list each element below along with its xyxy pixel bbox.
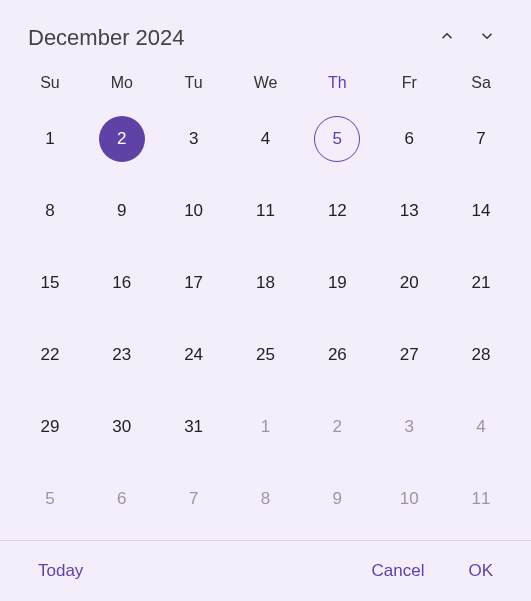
day-cell[interactable]: 27 — [373, 324, 445, 386]
day-cell[interactable]: 11 — [445, 468, 517, 530]
weekday-header: We — [230, 66, 302, 108]
weekday-header: Sa — [445, 66, 517, 108]
day-cell[interactable]: 1 — [14, 108, 86, 170]
day-cell[interactable]: 4 — [445, 396, 517, 458]
day-cell[interactable]: 24 — [158, 324, 230, 386]
chevron-up-icon — [438, 27, 456, 49]
day-number: 7 — [458, 116, 504, 162]
cancel-button[interactable]: Cancel — [362, 553, 435, 589]
day-number: 18 — [242, 260, 288, 306]
day-cell[interactable]: 23 — [86, 324, 158, 386]
day-cell[interactable]: 10 — [158, 180, 230, 242]
day-cell[interactable]: 9 — [86, 180, 158, 242]
day-number: 9 — [99, 188, 145, 234]
calendar-grid: SuMoTuWeThFrSa12345678910111213141516171… — [0, 66, 531, 540]
day-cell[interactable]: 21 — [445, 252, 517, 314]
calendar-popup: December 2024 SuMoTuWeThFrSa123456789101… — [0, 0, 531, 601]
day-cell[interactable]: 16 — [86, 252, 158, 314]
calendar-header: December 2024 — [0, 0, 531, 66]
today-button[interactable]: Today — [28, 553, 93, 589]
day-number: 3 — [386, 404, 432, 450]
day-number: 5 — [27, 476, 73, 522]
day-number: 8 — [242, 476, 288, 522]
day-cell[interactable]: 26 — [301, 324, 373, 386]
day-cell[interactable]: 7 — [158, 468, 230, 530]
day-cell[interactable]: 14 — [445, 180, 517, 242]
day-cell[interactable]: 20 — [373, 252, 445, 314]
day-number: 19 — [314, 260, 360, 306]
weekday-header: Mo — [86, 66, 158, 108]
day-number: 10 — [386, 476, 432, 522]
day-cell[interactable]: 9 — [301, 468, 373, 530]
day-cell[interactable]: 13 — [373, 180, 445, 242]
day-cell[interactable]: 5 — [301, 108, 373, 170]
day-cell[interactable]: 7 — [445, 108, 517, 170]
day-number: 8 — [27, 188, 73, 234]
ok-button[interactable]: OK — [458, 553, 503, 589]
chevron-down-icon — [478, 27, 496, 49]
day-cell[interactable]: 19 — [301, 252, 373, 314]
day-number: 16 — [99, 260, 145, 306]
weekday-header: Tu — [158, 66, 230, 108]
day-cell[interactable]: 5 — [14, 468, 86, 530]
weekday-header: Fr — [373, 66, 445, 108]
day-number: 25 — [242, 332, 288, 378]
day-cell[interactable]: 8 — [230, 468, 302, 530]
day-cell[interactable]: 22 — [14, 324, 86, 386]
day-number: 7 — [171, 476, 217, 522]
day-number: 26 — [314, 332, 360, 378]
day-number: 13 — [386, 188, 432, 234]
day-cell[interactable]: 6 — [86, 468, 158, 530]
day-number: 20 — [386, 260, 432, 306]
day-number: 31 — [171, 404, 217, 450]
day-number: 1 — [242, 404, 288, 450]
day-number: 15 — [27, 260, 73, 306]
day-cell[interactable]: 18 — [230, 252, 302, 314]
day-number: 11 — [458, 476, 504, 522]
prev-month-button[interactable] — [427, 18, 467, 58]
day-number: 9 — [314, 476, 360, 522]
day-cell[interactable]: 15 — [14, 252, 86, 314]
calendar-footer: Today Cancel OK — [0, 540, 531, 601]
day-number: 27 — [386, 332, 432, 378]
day-number: 10 — [171, 188, 217, 234]
day-cell[interactable]: 25 — [230, 324, 302, 386]
day-cell[interactable]: 6 — [373, 108, 445, 170]
day-cell[interactable]: 2 — [86, 108, 158, 170]
day-cell[interactable]: 1 — [230, 396, 302, 458]
day-number: 28 — [458, 332, 504, 378]
day-number: 11 — [242, 188, 288, 234]
weekday-header: Su — [14, 66, 86, 108]
day-cell[interactable]: 2 — [301, 396, 373, 458]
day-number: 2 — [314, 404, 360, 450]
day-cell[interactable]: 3 — [373, 396, 445, 458]
day-number: 24 — [171, 332, 217, 378]
day-number: 23 — [99, 332, 145, 378]
day-cell[interactable]: 11 — [230, 180, 302, 242]
day-number: 12 — [314, 188, 360, 234]
day-number: 30 — [99, 404, 145, 450]
day-number: 1 — [27, 116, 73, 162]
next-month-button[interactable] — [467, 18, 507, 58]
day-cell[interactable]: 8 — [14, 180, 86, 242]
day-number: 5 — [314, 116, 360, 162]
day-cell[interactable]: 17 — [158, 252, 230, 314]
day-number: 14 — [458, 188, 504, 234]
day-cell[interactable]: 31 — [158, 396, 230, 458]
day-cell[interactable]: 10 — [373, 468, 445, 530]
day-number: 29 — [27, 404, 73, 450]
day-cell[interactable]: 30 — [86, 396, 158, 458]
day-cell[interactable]: 3 — [158, 108, 230, 170]
day-cell[interactable]: 4 — [230, 108, 302, 170]
day-cell[interactable]: 28 — [445, 324, 517, 386]
day-number: 3 — [171, 116, 217, 162]
day-number: 21 — [458, 260, 504, 306]
day-cell[interactable]: 12 — [301, 180, 373, 242]
month-year-title[interactable]: December 2024 — [28, 25, 427, 51]
day-number: 2 — [99, 116, 145, 162]
day-number: 6 — [99, 476, 145, 522]
day-number: 17 — [171, 260, 217, 306]
weekday-header: Th — [301, 66, 373, 108]
day-cell[interactable]: 29 — [14, 396, 86, 458]
day-number: 4 — [242, 116, 288, 162]
